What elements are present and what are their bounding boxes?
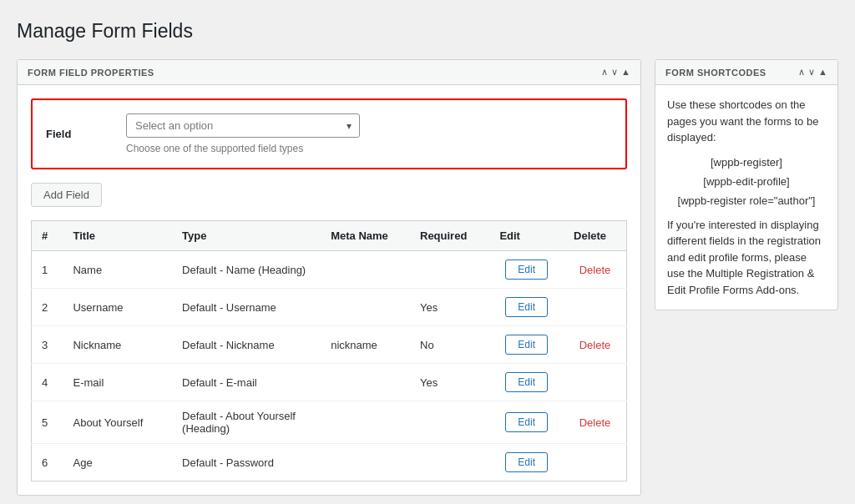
delete-link-3[interactable]: Delete	[579, 339, 611, 351]
cell-required	[410, 401, 489, 444]
col-header-required: Required	[410, 221, 489, 251]
cell-title: E-mail	[63, 364, 172, 401]
cell-edit: Edit	[489, 364, 564, 401]
shortcodes-note: If you're interested in displaying diffe…	[667, 217, 826, 299]
cell-delete	[564, 364, 626, 401]
edit-button-3[interactable]: Edit	[505, 335, 548, 355]
cell-delete: Delete	[564, 401, 626, 444]
edit-button-4[interactable]: Edit	[505, 372, 548, 392]
col-header-delete: Delete	[564, 221, 626, 251]
col-header-num: #	[32, 221, 63, 251]
table-row: 6 Age Default - Password Edit	[32, 444, 627, 481]
cell-edit: Edit	[489, 401, 564, 444]
col-header-meta: Meta Name	[321, 221, 410, 251]
cell-type: Default - Username	[172, 289, 321, 326]
add-field-button[interactable]: Add Field	[31, 183, 102, 207]
cell-type: Default - Password	[172, 444, 321, 481]
field-label-text: Field	[46, 128, 113, 140]
page-title: Manage Form Fields	[17, 20, 838, 43]
left-panel-controls: ∧ ∨ ▲	[601, 67, 630, 78]
cell-meta	[321, 364, 410, 401]
right-panel-controls: ∧ ∨ ▲	[798, 67, 827, 78]
col-header-title: Title	[63, 221, 172, 251]
cell-meta	[321, 251, 410, 289]
cell-num: 2	[32, 289, 63, 326]
cell-type: Default - Nickname	[172, 326, 321, 364]
cell-title: Nickname	[63, 326, 172, 364]
shortcodes-body: Use these shortcodes on the pages you wa…	[655, 85, 837, 310]
cell-num: 3	[32, 326, 63, 364]
cell-num: 6	[32, 444, 63, 481]
cell-required	[410, 444, 489, 481]
shortcodes-description: Use these shortcodes on the pages you wa…	[667, 97, 826, 146]
main-layout: FORM FIELD PROPERTIES ∧ ∨ ▲ Field Select…	[17, 59, 838, 496]
cell-edit: Edit	[489, 251, 564, 289]
shortcode-item-1: [wppb-register]	[667, 156, 826, 169]
table-row: 1 Name Default - Name (Heading) Edit Del…	[32, 251, 627, 289]
page-wrapper: Manage Form Fields FORM FIELD PROPERTIES…	[0, 0, 855, 504]
shortcodes-list: [wppb-register][wppb-edit-profile][wppb-…	[667, 156, 826, 207]
table-body: 1 Name Default - Name (Heading) Edit Del…	[32, 251, 627, 481]
cell-meta	[321, 444, 410, 481]
cell-required: Yes	[410, 289, 489, 326]
field-input-group: Select an option Choose one of the suppo…	[126, 113, 612, 154]
field-properties-row: Field Select an option Choose one of the…	[31, 98, 627, 169]
right-collapse-down-icon[interactable]: ∨	[808, 67, 815, 78]
delete-link-5[interactable]: Delete	[579, 416, 611, 429]
right-panel: FORM SHORTCODES ∧ ∨ ▲ Use these shortcod…	[655, 59, 838, 310]
cell-meta	[321, 401, 410, 444]
cell-title: About Yourself	[63, 401, 172, 444]
right-panel-header: FORM SHORTCODES ∧ ∨ ▲	[655, 60, 837, 85]
table-header-row: # Title Type Meta Name Required Edit Del…	[32, 221, 627, 251]
cell-num: 4	[32, 364, 63, 401]
right-expand-icon[interactable]: ▲	[818, 67, 827, 78]
cell-type: Default - E-mail	[172, 364, 321, 401]
shortcode-item-2: [wppb-edit-profile]	[667, 175, 826, 188]
col-header-type: Type	[172, 221, 321, 251]
cell-required	[410, 251, 489, 289]
cell-meta	[321, 289, 410, 326]
cell-title: Name	[63, 251, 172, 289]
field-type-select-wrapper: Select an option	[126, 113, 360, 138]
cell-delete	[564, 289, 626, 326]
table-row: 4 E-mail Default - E-mail Yes Edit	[32, 364, 627, 401]
right-collapse-up-icon[interactable]: ∧	[798, 67, 805, 78]
table-head: # Title Type Meta Name Required Edit Del…	[32, 221, 627, 251]
shortcode-item-3: [wppb-register role="author"]	[667, 194, 826, 207]
cell-delete: Delete	[564, 326, 626, 364]
fields-table: # Title Type Meta Name Required Edit Del…	[31, 220, 627, 481]
cell-type: Default - About Yourself (Heading)	[172, 401, 321, 444]
cell-num: 1	[32, 251, 63, 289]
cell-edit: Edit	[489, 289, 564, 326]
col-header-edit: Edit	[489, 221, 564, 251]
cell-edit: Edit	[489, 326, 564, 364]
edit-button-6[interactable]: Edit	[505, 452, 548, 472]
field-type-select[interactable]: Select an option	[126, 113, 360, 138]
cell-required: No	[410, 326, 489, 364]
edit-button-1[interactable]: Edit	[505, 260, 548, 280]
delete-link-1[interactable]: Delete	[579, 264, 611, 276]
left-panel-body: Field Select an option Choose one of the…	[18, 85, 640, 495]
left-panel: FORM FIELD PROPERTIES ∧ ∨ ▲ Field Select…	[17, 59, 641, 496]
field-hint: Choose one of the supported field types	[126, 143, 612, 154]
left-panel-header: FORM FIELD PROPERTIES ∧ ∨ ▲	[18, 60, 640, 85]
collapse-down-icon[interactable]: ∨	[611, 67, 618, 78]
table-row: 5 About Yourself Default - About Yoursel…	[32, 401, 627, 444]
table-row: 2 Username Default - Username Yes Edit	[32, 289, 627, 326]
left-panel-title: FORM FIELD PROPERTIES	[28, 68, 154, 78]
edit-button-2[interactable]: Edit	[505, 297, 548, 317]
cell-edit: Edit	[489, 444, 564, 481]
expand-icon[interactable]: ▲	[621, 67, 630, 78]
table-row: 3 Nickname Default - Nickname nickname N…	[32, 326, 627, 364]
cell-title: Username	[63, 289, 172, 326]
cell-title: Age	[63, 444, 172, 481]
collapse-up-icon[interactable]: ∧	[601, 67, 608, 78]
cell-required: Yes	[410, 364, 489, 401]
cell-delete: Delete	[564, 251, 626, 289]
edit-button-5[interactable]: Edit	[505, 412, 548, 432]
cell-num: 5	[32, 401, 63, 444]
cell-delete	[564, 444, 626, 481]
cell-meta: nickname	[321, 326, 410, 364]
right-panel-title: FORM SHORTCODES	[665, 68, 766, 78]
cell-type: Default - Name (Heading)	[172, 251, 321, 289]
